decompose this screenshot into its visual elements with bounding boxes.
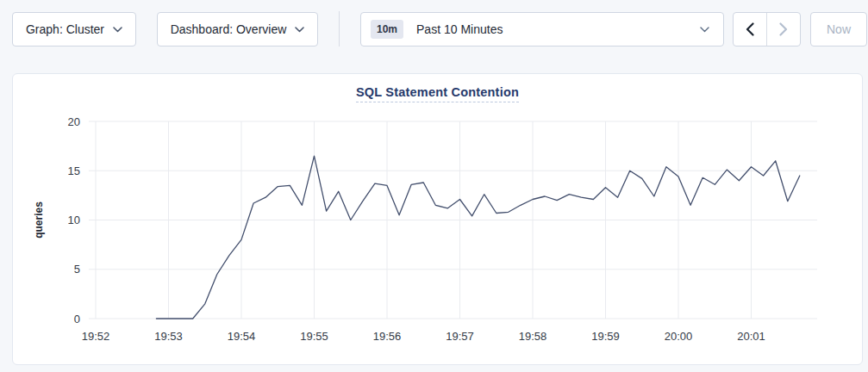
x-tick-label: 19:57 (446, 330, 474, 343)
x-tick-label: 19:59 (591, 330, 620, 343)
y-axis-title: queries (33, 202, 45, 239)
x-tick-label: 19:58 (519, 330, 547, 343)
x-tick-label: 19:53 (154, 330, 183, 343)
now-button-label: Now (827, 22, 851, 36)
sql-contention-line-chart[interactable]: 0510152019:5219:5319:5419:5519:5619:5719… (13, 108, 862, 358)
prev-time-button[interactable] (734, 13, 767, 46)
x-tick-label: 19:52 (82, 330, 110, 343)
x-tick-label: 20:00 (665, 330, 693, 343)
chart-title-row: SQL Statement Contention (13, 84, 862, 103)
x-tick-label: 20:01 (737, 330, 765, 343)
toolbar-divider (339, 11, 340, 46)
chevron-down-icon (295, 27, 304, 33)
y-tick-label: 20 (68, 115, 80, 128)
graph-dropdown-label: Graph: Cluster (26, 22, 104, 36)
time-range-label: Past 10 Minutes (416, 22, 503, 36)
time-window-badge: 10m (371, 20, 403, 39)
graph-dropdown[interactable]: Graph: Cluster (12, 12, 136, 46)
chart-title[interactable]: SQL Statement Contention (356, 85, 519, 102)
x-tick-label: 19:54 (228, 330, 256, 343)
y-tick-label: 5 (74, 263, 80, 276)
y-tick-label: 10 (68, 214, 80, 226)
y-tick-label: 0 (74, 313, 80, 326)
now-button[interactable]: Now (810, 12, 867, 46)
dashboard-dropdown-label: Dashboard: Overview (171, 22, 287, 36)
y-tick-label: 15 (68, 164, 80, 177)
x-tick-label: 19:55 (300, 330, 328, 343)
chevron-down-icon (113, 27, 122, 33)
chevron-left-icon (746, 22, 754, 36)
next-time-button[interactable] (767, 13, 800, 46)
dashboard-dropdown[interactable]: Dashboard: Overview (157, 12, 318, 46)
time-step-button-group (733, 12, 801, 46)
chevron-down-icon (700, 27, 709, 33)
x-tick-label: 19:56 (373, 330, 402, 343)
chart-panel: SQL Statement Contention 0510152019:5219… (12, 73, 863, 365)
series-line (156, 156, 799, 319)
time-range-selector[interactable]: 10m Past 10 Minutes (360, 12, 724, 46)
chevron-right-icon (779, 22, 788, 36)
